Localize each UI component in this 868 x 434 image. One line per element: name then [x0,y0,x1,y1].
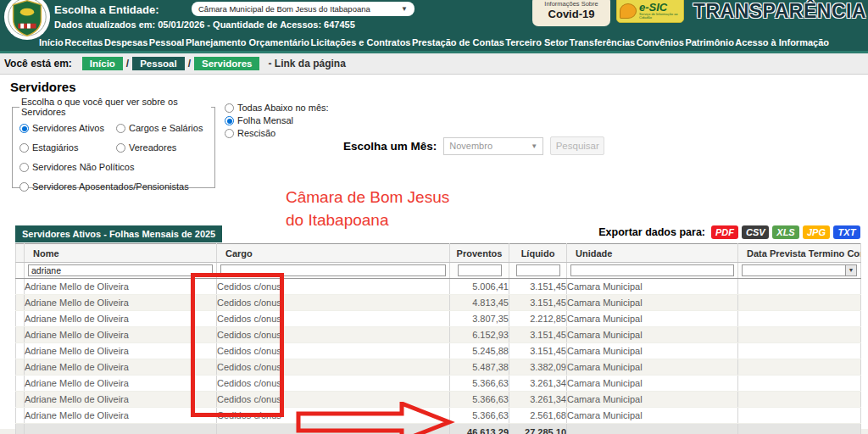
radio-aposentados[interactable]: Servidores Aposentados/Pensionistas [19,181,211,192]
chevron-down-icon: ▼ [845,265,856,275]
cell-unidade: Camara Municipal [567,279,738,295]
filter-proventos-input[interactable] [458,264,502,276]
breadcrumb-pessoal[interactable]: Pessoal [132,57,184,70]
cell-proventos: 3.807,35 [450,311,509,327]
radio-folha-mensal[interactable]: Folha Mensal [225,115,329,125]
entity-select[interactable]: Câmara Municipal de Bom Jesus do Itabapo… [192,2,415,16]
radio-icon [19,163,29,172]
cell-unidade: Camara Municipal [567,327,738,343]
radio-icon [19,143,29,153]
cell-unidade: Camara Municipal [567,295,738,311]
cell-unidade: Camara Municipal [567,359,738,376]
breadcrumb: Você está em: Início / Pessoal / Servido… [0,53,868,75]
month-label: Escolha um Mês: [343,140,437,153]
nav-inicio[interactable]: Início [39,37,64,47]
cell-unidade: Camara Municipal [567,392,738,408]
nav-acesso-informacao[interactable]: Acesso à Informação [735,37,829,47]
col-unidade[interactable]: Unidade [567,244,738,263]
export-txt-button[interactable]: TXT [833,225,860,239]
cell-liquido: 3.151,45 [509,327,567,343]
table-row[interactable]: Adriane Mello de Oliveira Cedidos c/onus… [16,311,861,327]
breadcrumb-separator: / [188,58,191,70]
cell-nome: Adriane Mello de Oliveira [25,279,217,295]
filter-unidade-input[interactable] [570,264,734,276]
nav-terceiro-setor[interactable]: Terceiro Setor [505,37,568,47]
chevron-down-icon: ▼ [401,5,408,13]
annotation-red-arrow [287,402,456,434]
table-row[interactable]: Adriane Mello de Oliveira Cedidos c/onus… [16,376,861,392]
esic-sublabel: Serviço de Informação ao Cidadão [639,13,681,19]
annotation-red-rectangle [191,273,284,417]
nav-prestacao[interactable]: Prestação de Contas [412,37,504,47]
nav-licitacoes[interactable]: Licitações e Contratos [311,37,411,47]
cell-liquido: 3.261,34 [509,392,567,408]
table-row[interactable]: Adriane Mello de Oliveira Cedidos c/onus… [16,279,861,295]
search-button[interactable]: Pesquisar [550,136,604,155]
filter-nome-input[interactable] [28,264,213,276]
table-header-row: Nome Cargo Proventos Líquido Unidade Dat… [16,244,861,263]
data-updated-text: Dados atualizados em: 05/01/2026 - Quant… [54,19,355,30]
total-proventos: 46.613,29 [450,424,509,434]
month-chooser: Escolha um Mês: Novembro ▼ Pesquisar [343,136,604,155]
cell-liquido: 3.151,45 [509,279,567,295]
radio-icon [19,182,29,192]
cell-nome: Adriane Mello de Oliveira [25,343,217,359]
table-row[interactable]: Adriane Mello de Oliveira Cedidos c/onus… [16,295,861,311]
cell-nome: Adriane Mello de Oliveira [25,311,217,327]
month-select[interactable]: Novembro ▼ [443,137,543,155]
radio-rescisao[interactable]: Rescisão [225,128,329,138]
page-title: Servidores [10,80,76,94]
breadcrumb-prefix: Você está em: [4,58,72,70]
main-navigation: Início Receitas Despesas Pessoal Planeja… [0,34,868,51]
cell-liquido: 2.561,68 [509,408,567,424]
cell-proventos: 5.487,38 [450,359,509,376]
covid-info-button[interactable]: Informações Sobre Covid-19 [532,0,610,26]
radio-icon [19,124,29,133]
col-data-prevista[interactable]: Data Prevista Termino Contrato [738,244,861,263]
table-row[interactable]: Adriane Mello de Oliveira Cedidos c/onus… [16,343,861,359]
breadcrumb-suffix: - Link da página [268,58,345,70]
export-xls-button[interactable]: XLS [772,225,799,239]
table-row[interactable]: Adriane Mello de Oliveira Cedidos c/onus… [16,359,861,376]
nav-pessoal[interactable]: Pessoal [149,37,185,47]
radio-icon [225,129,234,138]
nav-transferencias[interactable]: Transferências [570,37,636,47]
portal-brand-title: TRANSPARÊNCIA [693,0,866,23]
cell-nome: Adriane Mello de Oliveira [25,359,217,376]
filter-data-prevista-select[interactable]: ▼ [742,264,857,276]
export-pdf-button[interactable]: PDF [711,225,738,239]
cell-liquido: 2.212,85 [509,311,567,327]
col-nome[interactable]: Nome [25,244,217,263]
nav-receitas[interactable]: Receitas [64,37,103,47]
export-toolbar: Exportar dados para: PDF CSV XLS JPG TXT [609,225,860,239]
col-liquido[interactable]: Líquido [509,244,567,263]
nav-planejamento[interactable]: Planejamento Orçamentário [186,37,309,47]
cell-liquido: 3.151,45 [509,295,567,311]
breadcrumb-inicio[interactable]: Início [82,57,123,70]
esic-badge[interactable]: e-SIC Serviço de Informação ao Cidadão [616,0,684,23]
cell-liquido: 3.151,45 [509,343,567,359]
nav-patrimonio[interactable]: Patrimônio [685,37,733,47]
annotation-red-text: Câmara de Bom Jesus do Itabapoana [286,186,449,231]
cell-nome: Adriane Mello de Oliveira [25,327,217,343]
radio-todas-abaixo[interactable]: Todas Abaixo no mês: [225,103,329,113]
radio-cargos-salarios[interactable]: Cargos e Salários [116,123,211,133]
col-proventos[interactable]: Proventos [450,244,509,263]
cell-liquido: 3.382,09 [509,359,567,376]
export-jpg-button[interactable]: JPG [803,225,830,239]
nav-despesas[interactable]: Despesas [104,37,147,47]
col-cargo[interactable]: Cargo [217,244,450,263]
table-row[interactable]: Adriane Mello de Oliveira Cedidos c/onus… [16,327,861,343]
nav-convenios[interactable]: Convênios [637,37,684,47]
servant-type-legend: Escolha o que você quer ver sobre os Ser… [19,97,211,117]
radio-vereadores[interactable]: Vereadores [116,142,211,153]
filter-liquido-input[interactable] [516,264,560,276]
cell-unidade: Camara Municipal [567,311,738,327]
radio-nao-politicos[interactable]: Servidores Não Políticos [19,162,211,172]
breadcrumb-servidores[interactable]: Servidores [194,57,259,70]
radio-estagiarios[interactable]: Estagiários [19,142,116,153]
radio-icon [225,116,234,125]
export-csv-button[interactable]: CSV [742,225,769,239]
cell-proventos: 4.813,45 [450,295,509,311]
radio-servidores-ativos[interactable]: Servidores Ativos [19,123,116,133]
